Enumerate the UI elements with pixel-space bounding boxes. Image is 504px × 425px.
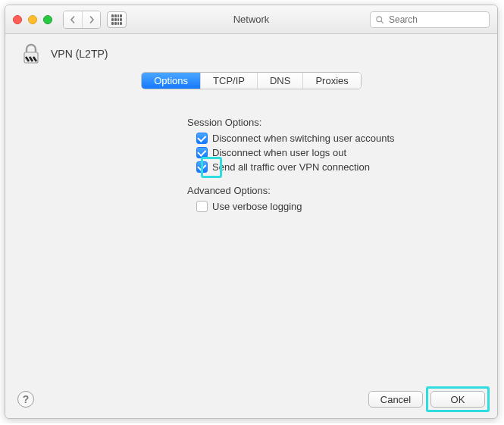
grid-icon	[111, 14, 122, 25]
tab-tcpip[interactable]: TCP/IP	[200, 73, 257, 89]
checkbox[interactable]	[196, 161, 208, 173]
checkbox-row-disconnect-logout[interactable]: Disconnect when user logs out	[196, 147, 467, 158]
checkbox[interactable]	[196, 133, 208, 144]
search-field[interactable]	[370, 11, 490, 28]
checkbox-label: Use verbose logging	[212, 201, 302, 212]
forward-button[interactable]	[82, 11, 100, 28]
nav-segment	[63, 11, 101, 29]
pane-header: VPN (L2TP)	[5, 34, 497, 69]
close-window-icon[interactable]	[13, 15, 22, 24]
tab-dns[interactable]: DNS	[257, 73, 302, 89]
checkbox-row-disconnect-switch-user[interactable]: Disconnect when switching user accounts	[196, 133, 467, 144]
checkbox-label: Send all traffic over VPN connection	[212, 161, 370, 173]
checkbox-row-send-all-traffic[interactable]: Send all traffic over VPN connection	[196, 161, 467, 173]
content-area: Session Options: Disconnect when switchi…	[5, 89, 497, 383]
cancel-button[interactable]: Cancel	[368, 391, 423, 408]
ok-button[interactable]: OK	[430, 391, 485, 408]
help-button[interactable]: ?	[17, 391, 34, 408]
checkbox-row-verbose-logging[interactable]: Use verbose logging	[196, 201, 467, 212]
checkbox[interactable]	[196, 201, 208, 212]
back-button[interactable]	[64, 11, 82, 28]
pane-title: VPN (L2TP)	[51, 48, 108, 60]
vpn-lock-icon	[19, 42, 43, 66]
tab-proxies[interactable]: Proxies	[302, 73, 360, 89]
svg-line-1	[381, 20, 383, 23]
chevron-right-icon	[88, 16, 95, 23]
session-options-label: Session Options:	[187, 117, 467, 128]
footer: ? Cancel OK	[5, 383, 497, 418]
minimize-window-icon[interactable]	[28, 15, 37, 24]
search-icon	[375, 15, 384, 24]
advanced-options-label: Advanced Options:	[187, 185, 467, 196]
zoom-window-icon[interactable]	[43, 15, 52, 24]
preferences-window: Network VPN (L2TP) Options TCP/IP DNS	[5, 5, 498, 419]
tab-bar: Options TCP/IP DNS Proxies	[5, 72, 497, 89]
search-input[interactable]	[387, 14, 498, 26]
window-controls	[13, 15, 52, 24]
chevron-left-icon	[69, 16, 77, 23]
checkbox-label: Disconnect when switching user accounts	[212, 133, 395, 144]
tab-options[interactable]: Options	[142, 73, 200, 89]
titlebar: Network	[5, 5, 497, 34]
checkbox-label: Disconnect when user logs out	[212, 147, 346, 158]
show-all-button[interactable]	[107, 11, 127, 28]
checkbox[interactable]	[196, 147, 208, 158]
